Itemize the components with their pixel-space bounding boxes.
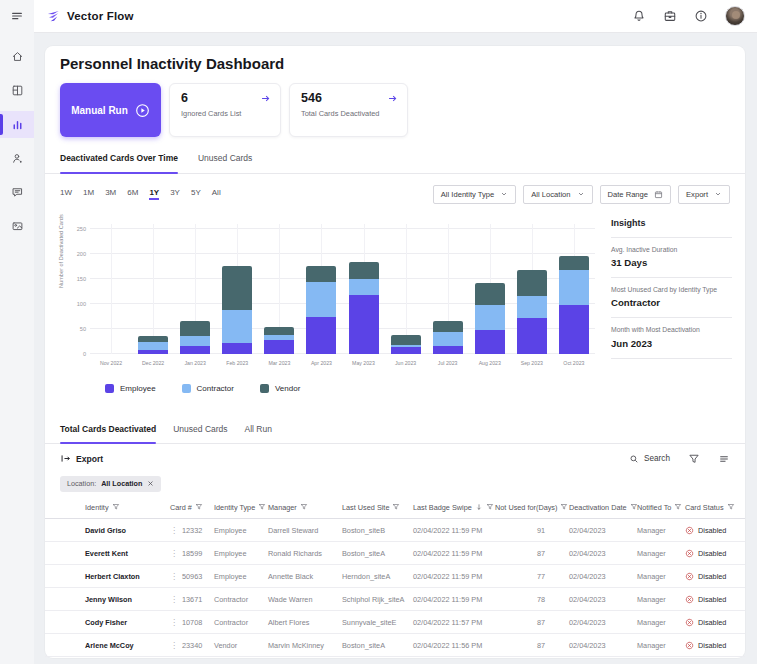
column-header-card-[interactable]: Card # <box>164 503 208 512</box>
sidebar-item-screen[interactable] <box>0 213 34 240</box>
column-header-identity[interactable]: Identity <box>79 503 164 512</box>
badge-icon[interactable] <box>663 9 677 23</box>
info-icon[interactable] <box>694 9 708 23</box>
drag-handle-icon[interactable]: ⋮ <box>170 618 178 627</box>
arrow-right-icon[interactable] <box>260 93 271 104</box>
export-button[interactable]: Export <box>60 453 103 464</box>
bar-segment-vendor[interactable] <box>517 270 547 296</box>
total-deactivated-card[interactable]: 546 Total Cards Deactivated <box>289 83 408 137</box>
menu-toggle-icon[interactable] <box>10 9 24 23</box>
drag-handle-icon[interactable]: ⋮ <box>170 549 178 558</box>
bar-segment-contractor[interactable] <box>517 296 547 318</box>
date-range-picker[interactable]: Date Range <box>600 185 672 204</box>
search-input[interactable]: Search <box>629 454 670 464</box>
column-header-identity-type[interactable]: Identity Type <box>208 503 262 512</box>
bell-icon[interactable] <box>632 9 646 23</box>
bar-segment-contractor[interactable] <box>138 342 168 350</box>
sidebar-item-home[interactable] <box>0 43 34 70</box>
tab-all-run[interactable]: All Run <box>245 418 272 443</box>
range-5y[interactable]: 5Y <box>191 188 201 200</box>
stacked-bar[interactable] <box>306 266 336 354</box>
bar-segment-employee[interactable] <box>306 317 336 354</box>
column-header-last-used-site[interactable]: Last Used Site <box>336 503 407 512</box>
bar-segment-employee[interactable] <box>433 346 463 355</box>
stacked-bar[interactable] <box>222 266 252 354</box>
stacked-bar[interactable] <box>138 336 168 354</box>
filter-funnel-icon[interactable] <box>688 453 700 465</box>
location-select[interactable]: All Location <box>523 185 592 204</box>
legend-employee[interactable]: Employee <box>105 384 156 393</box>
bar-segment-contractor[interactable] <box>559 270 589 305</box>
column-header-notified-to[interactable]: Notified To <box>631 503 679 512</box>
legend-vendor[interactable]: Vendor <box>260 384 300 393</box>
bar-segment-vendor[interactable] <box>222 266 252 310</box>
bar-segment-contractor[interactable] <box>433 332 463 346</box>
close-icon[interactable] <box>147 480 154 487</box>
bar-segment-contractor[interactable] <box>475 305 505 330</box>
bar-segment-contractor[interactable] <box>180 336 210 346</box>
drag-handle-icon[interactable]: ⋮ <box>170 526 178 535</box>
bar-segment-employee[interactable] <box>222 343 252 354</box>
bar-segment-vendor[interactable] <box>180 321 210 336</box>
table-row[interactable]: David Griso⋮12332EmployeeDarrell Steward… <box>45 519 745 542</box>
sidebar-item-board[interactable] <box>0 77 34 104</box>
sidebar-item-chat[interactable] <box>0 179 34 206</box>
bar-segment-contractor[interactable] <box>222 310 252 343</box>
manual-run-button[interactable]: Manual Run <box>60 83 161 137</box>
bar-segment-vendor[interactable] <box>433 321 463 332</box>
column-filter-icon[interactable] <box>112 503 120 511</box>
range-6m[interactable]: 6M <box>127 188 138 200</box>
table-row[interactable]: Herbert Claxton⋮50963EmployeeAnnette Bla… <box>45 565 745 588</box>
bar-segment-employee[interactable] <box>517 318 547 355</box>
stacked-bar[interactable] <box>433 321 463 354</box>
column-filter-icon[interactable] <box>300 503 308 511</box>
stacked-bar[interactable] <box>559 256 589 354</box>
column-filter-icon[interactable] <box>392 503 400 511</box>
column-header-manager[interactable]: Manager <box>262 503 336 512</box>
tab-deactivated-cards-over-time[interactable]: Deactivated Cards Over Time <box>60 147 178 173</box>
bar-segment-vendor[interactable] <box>391 335 421 345</box>
bar-segment-employee[interactable] <box>391 347 421 355</box>
stacked-bar[interactable] <box>475 283 505 355</box>
export-select[interactable]: Export <box>678 185 730 204</box>
drag-handle-icon[interactable]: ⋮ <box>170 572 178 581</box>
table-row[interactable]: Everett Kent⋮18599EmployeeRonald Richard… <box>45 542 745 565</box>
column-header-last-badge-swipe[interactable]: Last Badge Swipe <box>407 503 489 512</box>
bar-segment-employee[interactable] <box>264 340 294 354</box>
bar-segment-vendor[interactable] <box>475 283 505 306</box>
stacked-bar[interactable] <box>264 327 294 354</box>
bar-segment-vendor[interactable] <box>349 262 379 279</box>
stacked-bar[interactable] <box>180 321 210 354</box>
bar-segment-vendor[interactable] <box>306 266 336 282</box>
user-avatar[interactable] <box>725 6 745 26</box>
tab-unused-cards[interactable]: Unused Cards <box>198 147 252 173</box>
stacked-bar[interactable] <box>391 335 421 354</box>
sort-desc-icon[interactable] <box>475 503 483 511</box>
stacked-bar[interactable] <box>349 262 379 354</box>
column-header-deactivation-date[interactable]: Deactivation Date <box>563 503 631 512</box>
bar-segment-employee[interactable] <box>349 295 379 354</box>
range-3y[interactable]: 3Y <box>170 188 180 200</box>
ignored-cards-card[interactable]: 6 Ignored Cards List <box>169 83 281 137</box>
drag-handle-icon[interactable]: ⋮ <box>170 595 178 604</box>
column-filter-icon[interactable] <box>195 503 203 511</box>
bar-segment-employee[interactable] <box>559 305 589 354</box>
bar-segment-contractor[interactable] <box>349 279 379 295</box>
table-row[interactable]: Arlene McCoy⋮23340VendorMarvin McKinneyB… <box>45 634 745 657</box>
tab-total-cards-deactivated[interactable]: Total Cards Deactivated <box>60 418 156 443</box>
column-header-not-used-for-days-[interactable]: Not Used for(Days) <box>489 503 563 512</box>
range-1w[interactable]: 1W <box>60 188 72 200</box>
table-row[interactable]: Cody Fisher⋮10708ContractorAlbert Flores… <box>45 611 745 634</box>
view-density-icon[interactable] <box>718 453 730 465</box>
range-all[interactable]: All <box>212 188 221 200</box>
sidebar-item-user[interactable] <box>0 145 34 172</box>
bar-segment-vendor[interactable] <box>559 256 589 270</box>
column-filter-icon[interactable] <box>727 503 735 511</box>
stacked-bar[interactable] <box>517 270 547 354</box>
bar-segment-employee[interactable] <box>180 346 210 354</box>
arrow-right-icon[interactable] <box>387 93 398 104</box>
bar-segment-employee[interactable] <box>475 330 505 354</box>
identity-type-select[interactable]: All Identity Type <box>433 185 516 204</box>
sidebar-item-chart[interactable] <box>0 111 34 138</box>
bar-segment-employee[interactable] <box>138 350 168 354</box>
